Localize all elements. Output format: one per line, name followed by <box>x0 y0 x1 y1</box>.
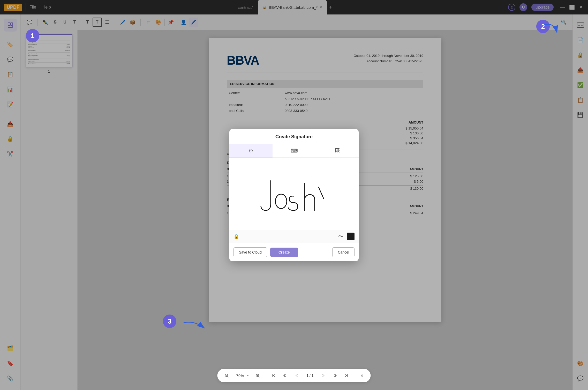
modal-tab-draw[interactable]: ⊙ <box>229 144 273 157</box>
modal-overlay: Create Signature ⊙ ⌨ 🖼 <box>0 0 588 390</box>
signature-canvas[interactable] <box>229 158 359 230</box>
modal-title: Create Signature <box>229 129 359 144</box>
annotation-badge-1: 1 <box>26 29 39 42</box>
page-total: 1 <box>312 373 314 378</box>
bar-sep-2 <box>354 372 354 379</box>
zoom-plus-button[interactable] <box>253 371 262 380</box>
create-signature-modal: Create Signature ⊙ ⌨ 🖼 <box>229 129 359 261</box>
squiggle-icon[interactable]: 〜 <box>338 233 344 240</box>
cancel-button[interactable]: Cancel <box>332 247 355 257</box>
modal-tabs: ⊙ ⌨ 🖼 <box>229 144 359 158</box>
zoom-select[interactable]: 79% ▼ <box>235 373 249 378</box>
draw-icon: ⊙ <box>249 147 253 154</box>
color-swatch[interactable] <box>347 233 355 240</box>
save-to-cloud-button[interactable]: Save to Cloud <box>233 247 267 257</box>
svg-line-10 <box>227 376 228 377</box>
bottom-bar-close-button[interactable]: ✕ <box>358 372 366 379</box>
bar-sep-1 <box>266 372 266 379</box>
create-button[interactable]: Create <box>270 248 298 257</box>
zoom-minus-button[interactable] <box>222 371 231 380</box>
modal-tab-image[interactable]: 🖼 <box>315 144 359 157</box>
lock-icon[interactable]: 🔒 <box>233 234 239 239</box>
signature-svg <box>255 168 333 219</box>
bottom-bar: 79% ▼ 1 / 1 ✕ <box>217 369 371 382</box>
nav-first-button[interactable] <box>270 372 277 379</box>
modal-actions: Save to Cloud Create Cancel <box>229 243 359 261</box>
annotation-badge-3: 3 <box>163 315 176 328</box>
svg-point-5 <box>275 194 287 209</box>
modal-footer-bar: 🔒 〜 <box>229 230 359 243</box>
nav-next-next-button[interactable] <box>331 372 338 379</box>
nav-prev-button[interactable] <box>293 372 300 379</box>
annotation-badge-2: 2 <box>536 20 550 33</box>
page-current: 1 <box>306 373 308 378</box>
nav-last-button[interactable] <box>343 372 350 379</box>
nav-prev-prev-button[interactable] <box>282 372 289 379</box>
page-info: 1 / 1 <box>304 373 315 378</box>
image-icon: 🖼 <box>335 148 340 154</box>
zoom-value: 79% <box>235 373 245 378</box>
keyboard-icon: ⌨ <box>290 148 298 154</box>
nav-next-button[interactable] <box>320 372 327 379</box>
svg-line-14 <box>258 376 259 377</box>
modal-tab-keyboard[interactable]: ⌨ <box>273 144 316 157</box>
zoom-dropdown-icon: ▼ <box>246 374 249 377</box>
